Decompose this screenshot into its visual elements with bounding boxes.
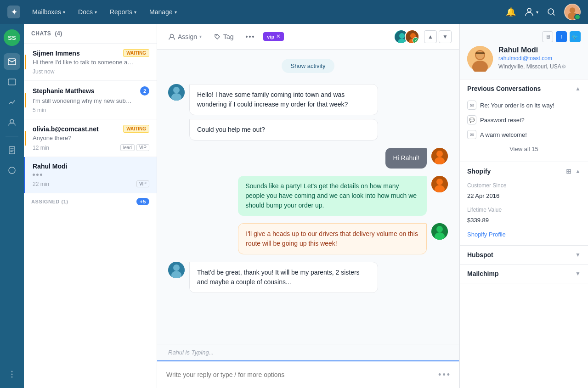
email-icon: ✉ bbox=[467, 130, 476, 139]
reply-more-options-button[interactable]: ••• bbox=[438, 370, 450, 380]
hubspot-section: Hubspot ▼ bbox=[460, 246, 588, 264]
svg-point-34 bbox=[173, 264, 180, 271]
message-bubble: Could you help me out? bbox=[189, 119, 378, 141]
hubspot-section-header[interactable]: Hubspot ▼ bbox=[460, 246, 588, 264]
message-bubble: Hi Rahul! bbox=[385, 148, 427, 169]
reply-input[interactable] bbox=[166, 371, 433, 378]
waiting-badge: WAITING bbox=[123, 49, 149, 57]
sidebar-user-avatar[interactable]: SS bbox=[4, 29, 20, 46]
next-conversation-button[interactable]: ▼ bbox=[439, 30, 452, 43]
svg-point-19 bbox=[410, 33, 416, 39]
email-icon: ✉ bbox=[467, 101, 476, 110]
assign-label: Assign bbox=[178, 33, 197, 40]
twitter-icon[interactable]: 🐦 bbox=[570, 31, 581, 42]
settings-icon[interactable]: ⚙ bbox=[561, 63, 566, 70]
facebook-icon[interactable]: f bbox=[556, 31, 567, 42]
prev-conv-item[interactable]: ✉ Re: Your order is on its way! bbox=[467, 98, 581, 112]
view-all-conversations-link[interactable]: View all 15 bbox=[467, 142, 581, 156]
prev-conversation-button[interactable]: ▲ bbox=[424, 30, 437, 43]
search-icon[interactable] bbox=[544, 5, 559, 19]
user-avatar[interactable] bbox=[564, 4, 581, 20]
contact-name: Rahul Modi bbox=[498, 46, 566, 54]
conversation-avatars bbox=[394, 29, 419, 44]
chat-toolbar: Assign ▾ Tag ••• vip ✕ bbox=[157, 24, 459, 50]
show-activity-button[interactable]: Show activity bbox=[282, 59, 335, 73]
collapse-icon: ▲ bbox=[575, 168, 581, 174]
more-options-button[interactable]: ••• bbox=[242, 31, 259, 43]
shopify-section-header[interactable]: Shopify ⊞ ▲ bbox=[460, 162, 588, 180]
grid-icon[interactable]: ⊞ bbox=[566, 168, 571, 175]
mailchimp-section-header[interactable]: Mailchimp ▼ bbox=[460, 264, 588, 283]
svg-point-16 bbox=[399, 33, 405, 39]
svg-point-14 bbox=[216, 35, 217, 36]
contact-location: Windyville, Missouri, USA ⚙ bbox=[498, 63, 566, 70]
prev-conv-item[interactable]: 💬 Password reset? bbox=[467, 112, 581, 127]
chat-item-stephanie[interactable]: Stephanie Matthews 2 I'm still wondering… bbox=[24, 81, 157, 119]
assign-button[interactable]: Assign ▾ bbox=[164, 31, 205, 43]
sidebar-item-docs[interactable] bbox=[4, 142, 20, 158]
typing-indicator: Rahul is Typing... bbox=[157, 344, 459, 360]
app-logo[interactable]: ✦ bbox=[7, 6, 20, 18]
shopify-profile-link[interactable]: Shopify Profile bbox=[467, 229, 581, 240]
monitor-icon[interactable]: 🖥 bbox=[542, 31, 553, 42]
assigned-section-header: ASSIGNED (1) +5 bbox=[24, 193, 157, 210]
collapse-icon: ▲ bbox=[575, 85, 581, 92]
reply-box: ••• bbox=[157, 360, 459, 388]
svg-point-28 bbox=[436, 179, 443, 185]
sidebar-item-inbox[interactable] bbox=[4, 53, 20, 70]
tag-button[interactable]: Tag bbox=[210, 31, 237, 43]
account-settings-icon[interactable]: ▾ bbox=[524, 5, 538, 19]
more-dots-icon: ••• bbox=[246, 33, 255, 40]
shopify-content: Customer Since 22 Apr 2016 Lifetime Valu… bbox=[460, 180, 588, 245]
shopify-section: Shopify ⊞ ▲ Customer Since 22 Apr 2016 L… bbox=[460, 162, 588, 246]
message-bubble: That'd be great, thank you! It will be m… bbox=[189, 262, 378, 293]
chat-item-olivia[interactable]: olivia.b@comcast.net WAITING Anyone ther… bbox=[24, 119, 157, 157]
sidebar-item-mail[interactable] bbox=[4, 73, 20, 90]
vip-tag-chip[interactable]: vip ✕ bbox=[263, 32, 284, 41]
chat-list-header: CHATS (4) bbox=[24, 24, 157, 44]
navigation-arrows: ▲ ▼ bbox=[424, 30, 452, 43]
agent-message-avatar bbox=[431, 148, 448, 164]
remove-vip-tag-icon[interactable]: ✕ bbox=[276, 34, 280, 39]
nav-mailboxes[interactable]: Mailboxes ▾ bbox=[28, 6, 70, 18]
sidebar-more-icon[interactable] bbox=[4, 366, 20, 382]
chat-preview: Hi there I'd like to talk to someone abo… bbox=[33, 59, 134, 66]
chat-item-sijmen[interactable]: Sijmen Immens WAITING Hi there I'd like … bbox=[24, 44, 157, 81]
contact-email[interactable]: rahulmodi@toast.com bbox=[498, 55, 566, 62]
chat-preview: Anyone there? bbox=[33, 135, 134, 141]
previous-conversations-header[interactable]: Previous Conversations ▲ bbox=[460, 79, 588, 98]
nav-reports[interactable]: Reports ▾ bbox=[105, 6, 141, 18]
contact-avatar bbox=[467, 46, 493, 72]
previous-conversations-content: ✉ Re: Your order is on its way! 💬 Passwo… bbox=[460, 98, 588, 162]
message-bubble: Sounds like a party! Let's get the detai… bbox=[238, 176, 427, 216]
icon-sidebar: SS bbox=[0, 24, 24, 388]
chat-time: 5 min bbox=[33, 107, 46, 113]
message-bubble: I'll give a heads up to our drivers that… bbox=[238, 223, 427, 254]
chat-name: Stephanie Matthews bbox=[33, 87, 95, 95]
online-status-badge bbox=[574, 14, 581, 20]
nav-manage[interactable]: Manage ▾ bbox=[145, 6, 181, 18]
chevron-down-icon: ▾ bbox=[134, 10, 136, 15]
right-panel: 🖥 f 🐦 Rahul Modi rahulmodi@toast.com Win… bbox=[459, 24, 588, 388]
chat-time: Just now bbox=[33, 68, 54, 75]
sidebar-item-contacts[interactable] bbox=[4, 114, 20, 130]
agent-avatar bbox=[405, 29, 419, 44]
tag-label: Tag bbox=[223, 33, 234, 40]
sidebar-item-reports[interactable] bbox=[4, 94, 20, 110]
prev-conv-item[interactable]: ✉ A warm welcome! bbox=[467, 127, 581, 142]
previous-conversations-section: Previous Conversations ▲ ✉ Re: Your orde… bbox=[460, 79, 588, 162]
chevron-down-icon: ▾ bbox=[63, 10, 65, 15]
chat-item-rahul[interactable]: Rahul Modi 22 min VIP bbox=[24, 157, 157, 193]
svg-point-12 bbox=[11, 377, 13, 378]
message-group: Hello! I have some family coming into to… bbox=[189, 84, 378, 141]
vip-tag: VIP bbox=[136, 180, 149, 187]
lead-tag: lead bbox=[120, 144, 135, 151]
chat-list-panel: CHATS (4) Sijmen Immens WAITING Hi there… bbox=[24, 24, 157, 388]
svg-point-7 bbox=[10, 119, 14, 123]
sidebar-item-circle[interactable] bbox=[4, 162, 20, 179]
chevron-down-icon: ▾ bbox=[199, 34, 202, 39]
message-row: That'd be great, thank you! It will be m… bbox=[168, 262, 378, 293]
nav-docs[interactable]: Docs ▾ bbox=[74, 6, 102, 18]
chat-icon: 💬 bbox=[467, 115, 476, 124]
notification-bell-icon[interactable]: 🔔 bbox=[503, 5, 518, 19]
